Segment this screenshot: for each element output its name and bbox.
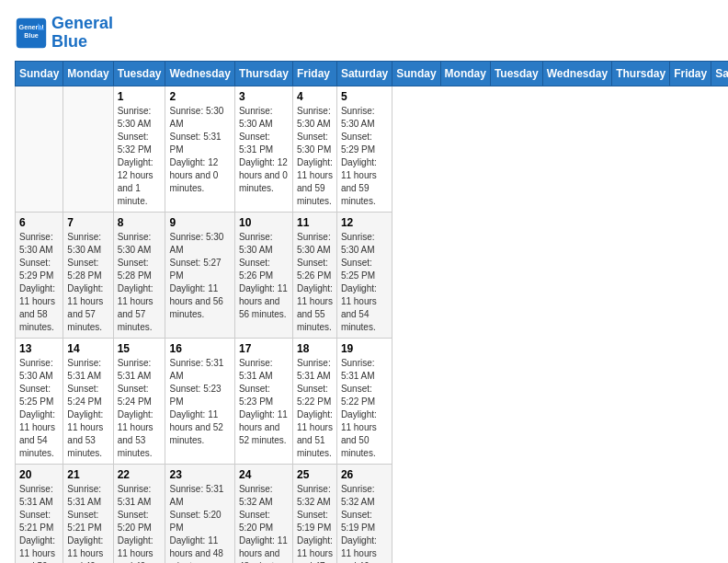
calendar-week-row: 6Sunrise: 5:30 AMSunset: 5:29 PMDaylight… [16,212,729,338]
day-detail: Sunrise: 5:30 AMSunset: 5:25 PMDaylight:… [341,231,388,334]
calendar-cell: 17Sunrise: 5:31 AMSunset: 5:23 PMDayligh… [234,338,292,464]
day-number: 18 [297,342,333,355]
day-detail: Sunrise: 5:30 AMSunset: 5:31 PMDaylight:… [169,105,230,195]
calendar-cell [63,86,113,212]
calendar-cell: 8Sunrise: 5:30 AMSunset: 5:28 PMDaylight… [113,212,165,338]
day-number: 15 [118,342,162,355]
day-detail: Sunrise: 5:32 AMSunset: 5:19 PMDaylight:… [341,483,388,563]
calendar-cell: 13Sunrise: 5:30 AMSunset: 5:25 PMDayligh… [16,338,63,464]
calendar-cell: 11Sunrise: 5:30 AMSunset: 5:26 PMDayligh… [292,212,336,338]
column-header-tuesday: Tuesday [113,61,165,86]
day-detail: Sunrise: 5:30 AMSunset: 5:25 PMDaylight:… [19,357,59,460]
logo-icon: General Blue [15,17,48,50]
column-header-sunday: Sunday [392,61,440,86]
day-detail: Sunrise: 5:31 AMSunset: 5:21 PMDaylight:… [67,483,108,563]
calendar-cell: 1Sunrise: 5:30 AMSunset: 5:32 PMDaylight… [113,86,165,212]
calendar-cell: 26Sunrise: 5:32 AMSunset: 5:19 PMDayligh… [336,464,392,563]
day-detail: Sunrise: 5:30 AMSunset: 5:29 PMDaylight:… [341,105,388,208]
calendar-cell: 22Sunrise: 5:31 AMSunset: 5:20 PMDayligh… [113,464,165,563]
day-number: 16 [169,342,230,355]
column-header-saturday: Saturday [711,61,728,86]
day-detail: Sunrise: 5:30 AMSunset: 5:29 PMDaylight:… [19,231,59,334]
day-detail: Sunrise: 5:30 AMSunset: 5:31 PMDaylight:… [239,105,289,195]
calendar-cell: 6Sunrise: 5:30 AMSunset: 5:29 PMDaylight… [16,212,63,338]
day-number: 24 [239,468,289,481]
column-header-wednesday: Wednesday [165,61,234,86]
day-number: 23 [169,468,230,481]
day-detail: Sunrise: 5:31 AMSunset: 5:22 PMDaylight:… [341,357,388,460]
day-number: 13 [19,342,59,355]
day-detail: Sunrise: 5:31 AMSunset: 5:21 PMDaylight:… [19,483,59,563]
column-header-friday: Friday [292,61,336,86]
day-detail: Sunrise: 5:32 AMSunset: 5:19 PMDaylight:… [297,483,333,563]
calendar-cell: 9Sunrise: 5:30 AMSunset: 5:27 PMDaylight… [165,212,234,338]
calendar-header-row: SundayMondayTuesdayWednesdayThursdayFrid… [16,61,729,86]
day-detail: Sunrise: 5:30 AMSunset: 5:30 PMDaylight:… [297,105,333,208]
calendar-week-row: 1Sunrise: 5:30 AMSunset: 5:32 PMDaylight… [16,86,729,212]
calendar-cell: 16Sunrise: 5:31 AMSunset: 5:23 PMDayligh… [165,338,234,464]
header: General Blue General Blue [15,15,713,52]
day-number: 4 [297,90,333,103]
day-number: 6 [19,216,59,229]
day-detail: Sunrise: 5:31 AMSunset: 5:24 PMDaylight:… [118,357,162,460]
day-detail: Sunrise: 5:30 AMSunset: 5:26 PMDaylight:… [297,231,333,334]
logo-text-block: General Blue [51,15,113,52]
calendar-table: SundayMondayTuesdayWednesdayThursdayFrid… [15,61,728,563]
day-detail: Sunrise: 5:30 AMSunset: 5:28 PMDaylight:… [118,231,162,334]
day-detail: Sunrise: 5:31 AMSunset: 5:22 PMDaylight:… [297,357,333,460]
day-number: 5 [341,90,388,103]
day-number: 21 [67,468,108,481]
day-detail: Sunrise: 5:30 AMSunset: 5:27 PMDaylight:… [169,231,230,321]
calendar-cell: 5Sunrise: 5:30 AMSunset: 5:29 PMDaylight… [336,86,392,212]
logo-blue: Blue [51,32,87,51]
day-number: 3 [239,90,289,103]
day-number: 8 [118,216,162,229]
svg-text:Blue: Blue [24,31,39,40]
column-header-saturday: Saturday [336,61,392,86]
day-detail: Sunrise: 5:31 AMSunset: 5:23 PMDaylight:… [239,357,289,447]
column-header-monday: Monday [63,61,113,86]
day-number: 17 [239,342,289,355]
day-number: 10 [239,216,289,229]
day-number: 25 [297,468,333,481]
column-header-sunday: Sunday [16,61,63,86]
day-number: 1 [118,90,162,103]
day-detail: Sunrise: 5:31 AMSunset: 5:24 PMDaylight:… [67,357,108,460]
day-detail: Sunrise: 5:30 AMSunset: 5:32 PMDaylight:… [118,105,162,208]
day-number: 12 [341,216,388,229]
day-number: 14 [67,342,108,355]
column-header-wednesday: Wednesday [542,61,611,86]
day-detail: Sunrise: 5:31 AMSunset: 5:23 PMDaylight:… [169,357,230,447]
column-header-tuesday: Tuesday [490,61,542,86]
calendar-week-row: 20Sunrise: 5:31 AMSunset: 5:21 PMDayligh… [16,464,729,563]
column-header-thursday: Thursday [612,61,670,86]
calendar-cell: 4Sunrise: 5:30 AMSunset: 5:30 PMDaylight… [292,86,336,212]
calendar-cell: 12Sunrise: 5:30 AMSunset: 5:25 PMDayligh… [336,212,392,338]
calendar-cell: 21Sunrise: 5:31 AMSunset: 5:21 PMDayligh… [63,464,113,563]
column-header-friday: Friday [670,61,711,86]
day-detail: Sunrise: 5:32 AMSunset: 5:20 PMDaylight:… [239,483,289,563]
calendar-cell: 10Sunrise: 5:30 AMSunset: 5:26 PMDayligh… [234,212,292,338]
calendar-cell: 7Sunrise: 5:30 AMSunset: 5:28 PMDaylight… [63,212,113,338]
day-number: 26 [341,468,388,481]
calendar-cell: 23Sunrise: 5:31 AMSunset: 5:20 PMDayligh… [165,464,234,563]
calendar-cell: 3Sunrise: 5:30 AMSunset: 5:31 PMDaylight… [234,86,292,212]
calendar-cell: 15Sunrise: 5:31 AMSunset: 5:24 PMDayligh… [113,338,165,464]
calendar-cell: 24Sunrise: 5:32 AMSunset: 5:20 PMDayligh… [234,464,292,563]
calendar-cell: 19Sunrise: 5:31 AMSunset: 5:22 PMDayligh… [336,338,392,464]
day-number: 9 [169,216,230,229]
day-number: 19 [341,342,388,355]
day-number: 22 [118,468,162,481]
day-detail: Sunrise: 5:31 AMSunset: 5:20 PMDaylight:… [118,483,162,563]
calendar-cell: 20Sunrise: 5:31 AMSunset: 5:21 PMDayligh… [16,464,63,563]
day-detail: Sunrise: 5:30 AMSunset: 5:26 PMDaylight:… [239,231,289,321]
day-number: 2 [169,90,230,103]
calendar-cell: 25Sunrise: 5:32 AMSunset: 5:19 PMDayligh… [292,464,336,563]
calendar-week-row: 13Sunrise: 5:30 AMSunset: 5:25 PMDayligh… [16,338,729,464]
day-number: 11 [297,216,333,229]
column-header-monday: Monday [440,61,490,86]
calendar-cell: 18Sunrise: 5:31 AMSunset: 5:22 PMDayligh… [292,338,336,464]
calendar-cell: 2Sunrise: 5:30 AMSunset: 5:31 PMDaylight… [165,86,234,212]
day-number: 20 [19,468,59,481]
calendar-cell [16,86,63,212]
